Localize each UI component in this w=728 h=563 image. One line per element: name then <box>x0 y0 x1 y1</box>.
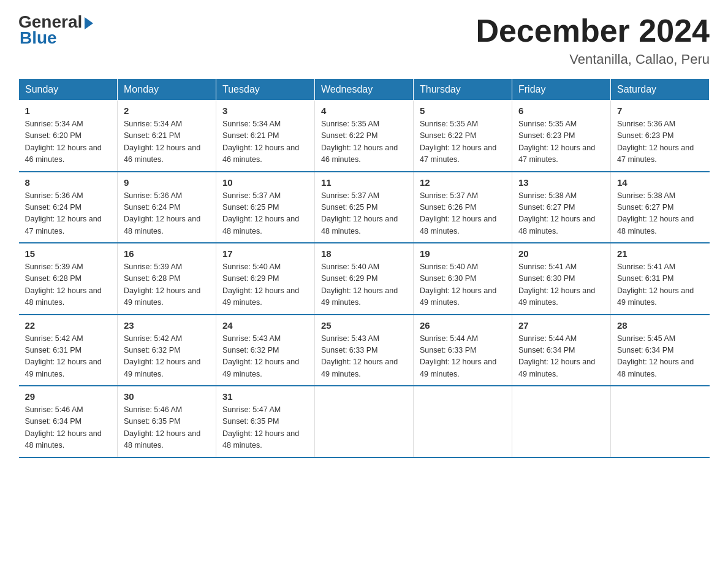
header-saturday: Saturday <box>611 79 710 101</box>
day-info: Sunrise: 5:42 AMSunset: 6:31 PMDaylight:… <box>25 333 112 381</box>
day-number: 3 <box>222 105 308 116</box>
calendar-cell: 8Sunrise: 5:36 AMSunset: 6:24 PMDaylight… <box>19 172 118 243</box>
day-info: Sunrise: 5:36 AMSunset: 6:23 PMDaylight:… <box>617 118 703 166</box>
header-tuesday: Tuesday <box>216 79 315 101</box>
day-info: Sunrise: 5:46 AMSunset: 6:35 PMDaylight:… <box>124 404 210 452</box>
day-number: 5 <box>420 105 506 116</box>
day-info: Sunrise: 5:38 AMSunset: 6:27 PMDaylight:… <box>617 190 703 238</box>
calendar-table: SundayMondayTuesdayWednesdayThursdayFrid… <box>18 79 710 458</box>
logo-blue-text: Blue <box>20 28 57 48</box>
day-info: Sunrise: 5:37 AMSunset: 6:25 PMDaylight:… <box>321 190 407 238</box>
day-number: 6 <box>518 105 604 116</box>
day-info: Sunrise: 5:36 AMSunset: 6:24 PMDaylight:… <box>124 190 210 238</box>
logo: General Blue <box>18 12 93 48</box>
day-info: Sunrise: 5:35 AMSunset: 6:23 PMDaylight:… <box>518 118 604 166</box>
calendar-cell: 6Sunrise: 5:35 AMSunset: 6:23 PMDaylight… <box>512 101 611 172</box>
calendar-cell <box>611 386 710 458</box>
day-info: Sunrise: 5:37 AMSunset: 6:25 PMDaylight:… <box>222 190 308 238</box>
calendar-header-row: SundayMondayTuesdayWednesdayThursdayFrid… <box>19 79 710 101</box>
calendar-cell: 9Sunrise: 5:36 AMSunset: 6:24 PMDaylight… <box>118 172 216 243</box>
day-info: Sunrise: 5:43 AMSunset: 6:33 PMDaylight:… <box>321 333 407 381</box>
calendar-cell: 7Sunrise: 5:36 AMSunset: 6:23 PMDaylight… <box>611 101 710 172</box>
calendar-cell: 14Sunrise: 5:38 AMSunset: 6:27 PMDayligh… <box>611 172 710 243</box>
calendar-cell <box>414 386 512 458</box>
day-info: Sunrise: 5:45 AMSunset: 6:34 PMDaylight:… <box>617 333 703 381</box>
calendar-cell: 4Sunrise: 5:35 AMSunset: 6:22 PMDaylight… <box>315 101 414 172</box>
day-number: 8 <box>25 177 112 188</box>
header-wednesday: Wednesday <box>315 79 414 101</box>
calendar-cell: 5Sunrise: 5:35 AMSunset: 6:22 PMDaylight… <box>414 101 512 172</box>
day-info: Sunrise: 5:40 AMSunset: 6:29 PMDaylight:… <box>222 261 308 309</box>
day-info: Sunrise: 5:42 AMSunset: 6:32 PMDaylight:… <box>124 333 210 381</box>
day-info: Sunrise: 5:46 AMSunset: 6:34 PMDaylight:… <box>25 404 112 452</box>
day-number: 9 <box>124 177 210 188</box>
day-number: 14 <box>617 177 703 188</box>
title-section: December 2024 Ventanilla, Callao, Peru <box>476 12 710 67</box>
day-number: 18 <box>321 248 407 259</box>
day-number: 23 <box>124 320 210 331</box>
day-number: 27 <box>518 320 604 331</box>
day-number: 12 <box>420 177 506 188</box>
page-header: General Blue December 2024 Ventanilla, C… <box>18 12 710 67</box>
calendar-cell: 11Sunrise: 5:37 AMSunset: 6:25 PMDayligh… <box>315 172 414 243</box>
calendar-cell: 18Sunrise: 5:40 AMSunset: 6:29 PMDayligh… <box>315 243 414 315</box>
calendar-cell: 1Sunrise: 5:34 AMSunset: 6:20 PMDaylight… <box>19 101 118 172</box>
day-number: 17 <box>222 248 308 259</box>
day-number: 22 <box>25 320 112 331</box>
calendar-cell: 20Sunrise: 5:41 AMSunset: 6:30 PMDayligh… <box>512 243 611 315</box>
day-info: Sunrise: 5:44 AMSunset: 6:34 PMDaylight:… <box>518 333 604 381</box>
week-row-4: 22Sunrise: 5:42 AMSunset: 6:31 PMDayligh… <box>19 315 710 386</box>
calendar-cell: 26Sunrise: 5:44 AMSunset: 6:33 PMDayligh… <box>414 315 512 386</box>
day-number: 20 <box>518 248 604 259</box>
day-number: 26 <box>420 320 506 331</box>
day-info: Sunrise: 5:35 AMSunset: 6:22 PMDaylight:… <box>420 118 506 166</box>
day-info: Sunrise: 5:34 AMSunset: 6:20 PMDaylight:… <box>25 118 112 166</box>
day-number: 24 <box>222 320 308 331</box>
day-info: Sunrise: 5:41 AMSunset: 6:30 PMDaylight:… <box>518 261 604 309</box>
calendar-cell: 17Sunrise: 5:40 AMSunset: 6:29 PMDayligh… <box>216 243 315 315</box>
header-monday: Monday <box>118 79 216 101</box>
calendar-cell: 30Sunrise: 5:46 AMSunset: 6:35 PMDayligh… <box>118 386 216 458</box>
day-number: 31 <box>222 391 308 402</box>
calendar-cell: 10Sunrise: 5:37 AMSunset: 6:25 PMDayligh… <box>216 172 315 243</box>
month-title: December 2024 <box>476 12 710 49</box>
header-sunday: Sunday <box>19 79 118 101</box>
week-row-2: 8Sunrise: 5:36 AMSunset: 6:24 PMDaylight… <box>19 172 710 243</box>
day-number: 7 <box>617 105 703 116</box>
day-info: Sunrise: 5:40 AMSunset: 6:30 PMDaylight:… <box>420 261 506 309</box>
day-number: 2 <box>124 105 210 116</box>
location-subtitle: Ventanilla, Callao, Peru <box>476 52 710 67</box>
header-friday: Friday <box>512 79 611 101</box>
day-info: Sunrise: 5:39 AMSunset: 6:28 PMDaylight:… <box>124 261 210 309</box>
calendar-cell: 2Sunrise: 5:34 AMSunset: 6:21 PMDaylight… <box>118 101 216 172</box>
calendar-cell: 22Sunrise: 5:42 AMSunset: 6:31 PMDayligh… <box>19 315 118 386</box>
calendar-cell: 19Sunrise: 5:40 AMSunset: 6:30 PMDayligh… <box>414 243 512 315</box>
calendar-cell: 21Sunrise: 5:41 AMSunset: 6:31 PMDayligh… <box>611 243 710 315</box>
day-info: Sunrise: 5:38 AMSunset: 6:27 PMDaylight:… <box>518 190 604 238</box>
calendar-cell: 23Sunrise: 5:42 AMSunset: 6:32 PMDayligh… <box>118 315 216 386</box>
calendar-cell: 3Sunrise: 5:34 AMSunset: 6:21 PMDaylight… <box>216 101 315 172</box>
week-row-5: 29Sunrise: 5:46 AMSunset: 6:34 PMDayligh… <box>19 386 710 458</box>
calendar-cell <box>315 386 414 458</box>
calendar-cell: 31Sunrise: 5:47 AMSunset: 6:35 PMDayligh… <box>216 386 315 458</box>
calendar-cell: 29Sunrise: 5:46 AMSunset: 6:34 PMDayligh… <box>19 386 118 458</box>
day-number: 25 <box>321 320 407 331</box>
calendar-cell: 24Sunrise: 5:43 AMSunset: 6:32 PMDayligh… <box>216 315 315 386</box>
calendar-cell: 28Sunrise: 5:45 AMSunset: 6:34 PMDayligh… <box>611 315 710 386</box>
calendar-cell: 27Sunrise: 5:44 AMSunset: 6:34 PMDayligh… <box>512 315 611 386</box>
calendar-cell: 25Sunrise: 5:43 AMSunset: 6:33 PMDayligh… <box>315 315 414 386</box>
day-info: Sunrise: 5:34 AMSunset: 6:21 PMDaylight:… <box>222 118 308 166</box>
logo-arrow-icon <box>85 17 93 29</box>
day-number: 19 <box>420 248 506 259</box>
week-row-3: 15Sunrise: 5:39 AMSunset: 6:28 PMDayligh… <box>19 243 710 315</box>
calendar-cell: 15Sunrise: 5:39 AMSunset: 6:28 PMDayligh… <box>19 243 118 315</box>
week-row-1: 1Sunrise: 5:34 AMSunset: 6:20 PMDaylight… <box>19 101 710 172</box>
day-number: 29 <box>25 391 112 402</box>
day-info: Sunrise: 5:43 AMSunset: 6:32 PMDaylight:… <box>222 333 308 381</box>
day-info: Sunrise: 5:47 AMSunset: 6:35 PMDaylight:… <box>222 404 308 452</box>
day-info: Sunrise: 5:37 AMSunset: 6:26 PMDaylight:… <box>420 190 506 238</box>
calendar-cell: 13Sunrise: 5:38 AMSunset: 6:27 PMDayligh… <box>512 172 611 243</box>
calendar-cell: 12Sunrise: 5:37 AMSunset: 6:26 PMDayligh… <box>414 172 512 243</box>
day-number: 13 <box>518 177 604 188</box>
day-info: Sunrise: 5:36 AMSunset: 6:24 PMDaylight:… <box>25 190 112 238</box>
